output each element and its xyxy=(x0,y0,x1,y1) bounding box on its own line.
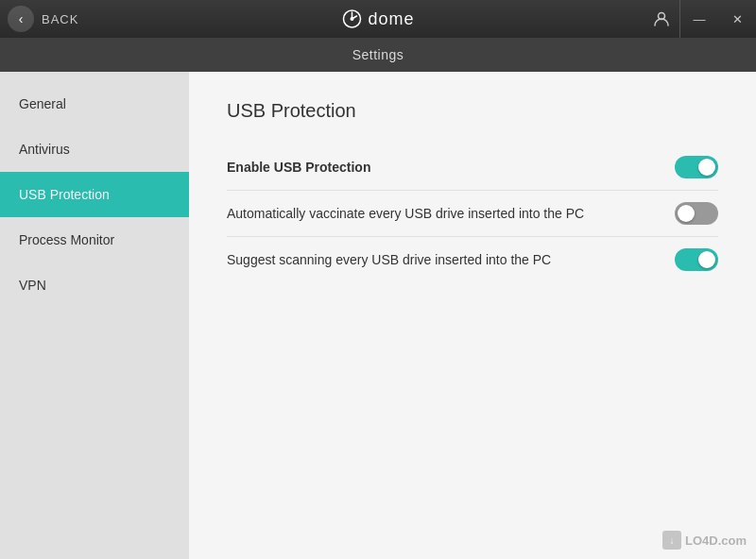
settings-bar: Settings xyxy=(0,38,756,72)
suggest-scan-label: Suggest scanning every USB drive inserte… xyxy=(227,252,551,267)
page-title: USB Protection xyxy=(227,100,718,122)
sidebar-item-process-monitor[interactable]: Process Monitor xyxy=(0,217,189,263)
auto-vaccinate-toggle[interactable] xyxy=(675,202,718,225)
minimize-button[interactable]: — xyxy=(680,0,718,38)
watermark-icon: ↓ xyxy=(662,531,681,550)
titlebar: ‹ BACK dome — ✕ xyxy=(0,0,756,38)
suggest-scan-toggle-thumb xyxy=(698,251,715,268)
minimize-icon: — xyxy=(694,12,706,26)
back-label: BACK xyxy=(42,12,78,26)
sidebar-item-general[interactable]: General xyxy=(0,81,189,127)
setting-row-suggest-scan: Suggest scanning every USB drive inserte… xyxy=(227,237,718,282)
settings-title: Settings xyxy=(352,47,404,62)
user-icon xyxy=(653,10,670,27)
watermark: ↓ LO4D.com xyxy=(662,531,747,550)
enable-usb-toggle-thumb xyxy=(698,159,715,176)
sidebar: General Antivirus USB Protection Process… xyxy=(0,72,189,559)
content-area: USB Protection Enable USB Protection Aut… xyxy=(189,72,756,559)
svg-point-1 xyxy=(350,17,353,21)
titlebar-center: dome xyxy=(341,8,414,29)
setting-row-auto-vaccinate: Automatically vaccinate every USB drive … xyxy=(227,191,718,237)
user-account-button[interactable] xyxy=(643,0,680,38)
enable-usb-label: Enable USB Protection xyxy=(227,160,370,175)
logo-text: dome xyxy=(368,9,414,29)
main-content: General Antivirus USB Protection Process… xyxy=(0,72,756,559)
sidebar-item-usb-protection-label: USB Protection xyxy=(19,187,110,202)
dome-logo-icon xyxy=(341,8,362,29)
sidebar-item-antivirus-label: Antivirus xyxy=(19,142,70,157)
back-button[interactable]: ‹ xyxy=(8,6,34,32)
setting-row-enable-usb: Enable USB Protection xyxy=(227,144,718,191)
enable-usb-toggle[interactable] xyxy=(675,156,718,178)
sidebar-item-vpn-label: VPN xyxy=(19,278,46,293)
close-button[interactable]: ✕ xyxy=(718,0,756,38)
close-icon: ✕ xyxy=(732,12,743,26)
auto-vaccinate-toggle-thumb xyxy=(678,205,695,222)
titlebar-left: ‹ BACK xyxy=(8,6,78,32)
sidebar-item-general-label: General xyxy=(19,96,66,111)
sidebar-item-vpn[interactable]: VPN xyxy=(0,263,189,308)
sidebar-item-usb-protection[interactable]: USB Protection xyxy=(0,172,189,217)
watermark-text: LO4D.com xyxy=(685,534,747,548)
titlebar-right: — ✕ xyxy=(643,0,756,38)
auto-vaccinate-label: Automatically vaccinate every USB drive … xyxy=(227,206,584,221)
back-arrow-icon: ‹ xyxy=(19,11,24,26)
suggest-scan-toggle[interactable] xyxy=(675,248,718,271)
sidebar-item-process-monitor-label: Process Monitor xyxy=(19,232,114,247)
sidebar-item-antivirus[interactable]: Antivirus xyxy=(0,127,189,172)
